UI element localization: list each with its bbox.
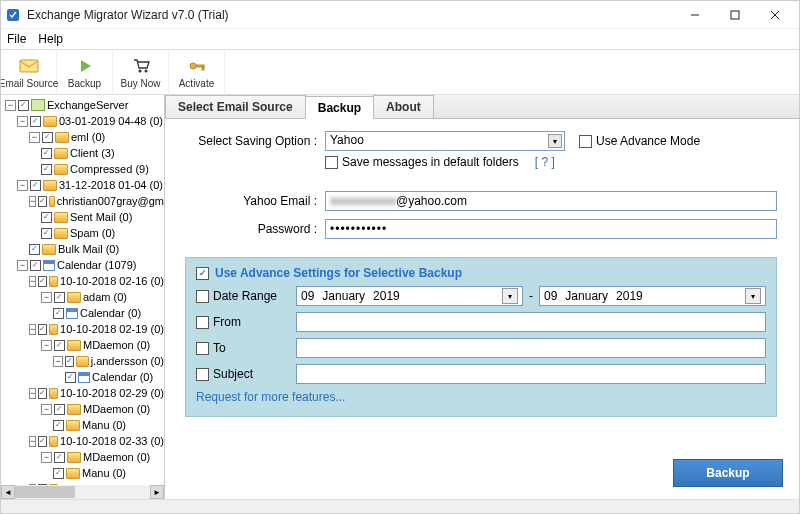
subject-field[interactable]: [296, 364, 766, 384]
cart-icon: [131, 56, 151, 76]
scroll-left-icon[interactable]: ◄: [1, 485, 15, 499]
menu-file[interactable]: File: [7, 32, 26, 46]
advance-mode-checkbox[interactable]: [579, 135, 592, 148]
saving-option-select[interactable]: Yahoo ▾: [325, 131, 565, 151]
advance-settings-panel: ✓ Use Advance Settings for Selective Bac…: [185, 257, 777, 417]
folder-tree[interactable]: −✓ExchangeServer −✓03-01-2019 04-48 (0) …: [1, 95, 165, 499]
advance-settings-checkbox[interactable]: ✓: [196, 267, 209, 280]
yahoo-email-field[interactable]: xxxxxxxxxxxx@yahoo.com: [325, 191, 777, 211]
folder-icon: [43, 116, 57, 127]
request-features-link[interactable]: Request for more features...: [196, 390, 766, 404]
calendar-dropdown-icon[interactable]: ▾: [745, 288, 761, 304]
svg-rect-2: [731, 11, 739, 19]
email-label: Yahoo Email :: [185, 194, 325, 208]
menu-help[interactable]: Help: [38, 32, 63, 46]
svg-point-7: [138, 69, 141, 72]
mail-icon: [19, 56, 39, 76]
password-field[interactable]: •••••••••••: [325, 219, 777, 239]
svg-marker-6: [81, 60, 91, 72]
subject-checkbox[interactable]: [196, 368, 209, 381]
email-masked-part: xxxxxxxxxxxx: [330, 194, 396, 208]
backup-button[interactable]: Backup: [673, 459, 783, 487]
maximize-button[interactable]: [715, 1, 755, 29]
from-field[interactable]: [296, 312, 766, 332]
toolbar-buy-now[interactable]: Buy Now: [113, 49, 169, 95]
tab-backup[interactable]: Backup: [305, 96, 374, 119]
svg-rect-11: [202, 67, 204, 70]
save-default-label: Save messages in default folders: [342, 155, 519, 169]
toolbar-activate[interactable]: Activate: [169, 49, 225, 95]
svg-rect-5: [20, 60, 38, 72]
play-icon: [75, 56, 95, 76]
svg-point-9: [190, 63, 196, 69]
tab-select-email-source[interactable]: Select Email Source: [165, 95, 306, 118]
minimize-button[interactable]: [675, 1, 715, 29]
to-checkbox[interactable]: [196, 342, 209, 355]
status-bar: [1, 499, 799, 513]
password-label: Password :: [185, 222, 325, 236]
app-icon: [5, 7, 21, 23]
saving-option-label: Select Saving Option :: [185, 134, 325, 148]
from-checkbox[interactable]: [196, 316, 209, 329]
window-title: Exchange Migrator Wizard v7.0 (Trial): [27, 8, 675, 22]
toolbar-email-source[interactable]: Email Source: [1, 49, 57, 95]
advance-settings-title: Use Advance Settings for Selective Backu…: [215, 266, 462, 280]
checkbox-icon[interactable]: ✓: [18, 100, 29, 111]
tree-scrollbar[interactable]: ◄ ►: [1, 485, 164, 499]
help-link[interactable]: [ ? ]: [535, 155, 555, 169]
calendar-icon: [43, 260, 55, 271]
server-icon: [31, 99, 45, 111]
chevron-down-icon[interactable]: ▾: [548, 134, 562, 148]
calendar-dropdown-icon[interactable]: ▾: [502, 288, 518, 304]
close-button[interactable]: [755, 1, 795, 29]
advance-mode-label: Use Advance Mode: [596, 134, 700, 148]
svg-point-8: [144, 69, 147, 72]
date-range-checkbox[interactable]: [196, 290, 209, 303]
date-to-picker[interactable]: 09 January 2019 ▾: [539, 286, 766, 306]
toolbar-backup[interactable]: Backup: [57, 49, 113, 95]
date-from-picker[interactable]: 09 January 2019 ▾: [296, 286, 523, 306]
to-field[interactable]: [296, 338, 766, 358]
save-default-checkbox[interactable]: [325, 156, 338, 169]
key-icon: [187, 56, 207, 76]
expand-icon[interactable]: −: [5, 100, 16, 111]
scroll-right-icon[interactable]: ►: [150, 485, 164, 499]
tab-about[interactable]: About: [373, 95, 434, 118]
